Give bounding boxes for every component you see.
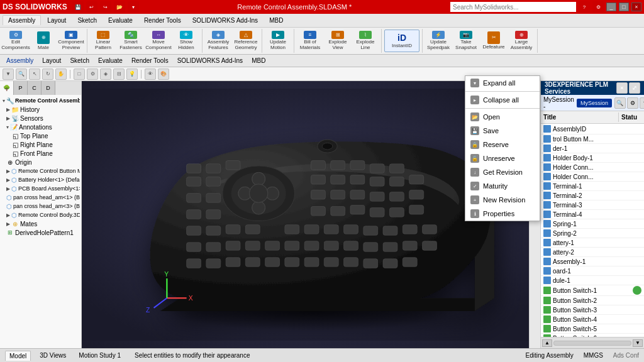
plm-close-btn[interactable]: × xyxy=(616,82,628,94)
tb2-sketch[interactable]: Sketch xyxy=(66,57,93,65)
cm-open[interactable]: 📂 Open xyxy=(465,110,540,124)
btn-explode-view[interactable]: ⊞ ExplodeView xyxy=(325,30,351,52)
plm-row-terminal4[interactable]: Terminal-4 xyxy=(541,210,644,219)
plm-filter-btn[interactable]: ▼ xyxy=(640,97,644,109)
btn-instantid[interactable]: iD InstantID xyxy=(384,30,419,52)
plm-row-5[interactable]: Holder Conn... xyxy=(541,172,644,182)
rotate-icon[interactable]: ↻ xyxy=(42,69,53,80)
plm-row-terminal2[interactable]: Terminal-2 xyxy=(541,191,644,200)
plm-scroll-up[interactable]: ▲ xyxy=(542,339,552,347)
ft-button-membrane[interactable]: ▶ ⬡ Remote Control Button Membran... xyxy=(1,167,80,175)
plm-row-btn-sw-1[interactable]: Button Switch-1 xyxy=(541,285,644,296)
btn-large-assembly[interactable]: ⊕ LargeAssembly xyxy=(508,30,535,52)
plm-row-terminal3[interactable]: Terminal-3 xyxy=(541,200,644,210)
cm-reserve[interactable]: 🔒 Reserve xyxy=(465,138,540,151)
btn-bom[interactable]: ≡ Bill ofMaterials xyxy=(297,30,323,52)
btn-component-preview[interactable]: ▣ ComponentPreview xyxy=(58,30,84,52)
cm-new-revision[interactable]: + New Revision xyxy=(465,193,540,207)
ft-derived-hole[interactable]: ⊞ DerivedHolePattern1 xyxy=(1,228,80,237)
plm-row-btn-sw-2[interactable]: Button Switch-2 xyxy=(541,296,644,305)
tab-sketch[interactable]: Sketch xyxy=(72,16,102,25)
cm-collapse-all[interactable]: ▸ Collapse all xyxy=(465,93,540,107)
cm-expand-all[interactable]: ▾ Expand all xyxy=(465,76,540,90)
view-options-icon[interactable]: ⚙ xyxy=(87,69,98,80)
status-tab-3dviews[interactable]: 3D Views xyxy=(36,351,70,360)
display-tab[interactable]: D xyxy=(42,81,55,95)
plm-row-assembly[interactable]: AssemblyID xyxy=(541,124,644,134)
plm-row-3[interactable]: Holder Body-1 xyxy=(541,153,644,163)
search-input[interactable] xyxy=(450,2,576,12)
tab-assembly[interactable]: Assembly xyxy=(3,15,41,25)
plm-row-btn-sw-4[interactable]: Button Switch-4 xyxy=(541,315,644,324)
btn-assembly-features[interactable]: ◈ AssemblyFeatures xyxy=(205,30,231,52)
status-tab-motion[interactable]: Motion Study 1 xyxy=(75,351,125,360)
tab-addins[interactable]: SOLIDWORKS Add-Ins xyxy=(187,16,263,25)
ft-battery-holder[interactable]: ▶ ⬡ Battery Holder<1> (Default) xyxy=(1,175,80,184)
ft-root[interactable]: ▾ 🔧 Remote Control Assembly (Default) xyxy=(1,96,80,105)
ft-mates[interactable]: ▶ ⊕ Mates xyxy=(1,219,80,228)
select-icon[interactable]: ↖ xyxy=(29,69,40,80)
ft-origin[interactable]: ⊕ Origin xyxy=(1,158,80,167)
ft-top-plane[interactable]: ◱ Top Plane xyxy=(1,131,80,140)
cm-properties[interactable]: ℹ Properties xyxy=(465,207,540,221)
plm-row-4[interactable]: Holder Conn... xyxy=(541,163,644,172)
btn-explode-line[interactable]: ⌇ ExplodeLine xyxy=(352,30,379,52)
tab-render-tools[interactable]: Render Tools xyxy=(139,16,186,25)
plm-search-btn[interactable]: 🔍 xyxy=(614,97,626,109)
quick-access-undo[interactable]: ↩ xyxy=(86,1,97,13)
cm-unreserve[interactable]: 🔓 Unreserve xyxy=(465,151,540,165)
tb2-assembly[interactable]: Assembly xyxy=(3,57,37,65)
plm-scrollbar[interactable] xyxy=(553,341,631,346)
ft-remote-body[interactable]: ▶ ⬡ Remote Control Body.3DXML<1>... xyxy=(1,211,80,219)
maximize-btn[interactable]: □ xyxy=(619,3,629,11)
tab-mbd[interactable]: MBD xyxy=(264,16,288,25)
quick-access-save[interactable]: 💾 xyxy=(72,1,84,13)
plm-scroll-down[interactable]: ▼ xyxy=(633,339,643,347)
btn-update-speedpak[interactable]: ⚡ UpdateSpeedpak xyxy=(425,30,452,52)
ft-right-plane[interactable]: ◱ Right Plane xyxy=(1,140,80,149)
ft-front-plane[interactable]: ◱ Front Plane xyxy=(1,149,80,158)
options-btn[interactable]: ⚙ xyxy=(592,1,604,13)
plm-row-1[interactable]: trol Button M... xyxy=(541,134,644,144)
quick-access-options[interactable]: ▾ xyxy=(128,1,139,13)
plm-row-spring2[interactable]: Spring-2 xyxy=(541,229,644,238)
cm-get-revision[interactable]: ↓ Get Revision xyxy=(465,165,540,179)
my-session-btn[interactable]: MySession xyxy=(577,99,612,107)
lighting-icon[interactable]: 💡 xyxy=(126,69,138,80)
tb2-addins[interactable]: SOLIDWORKS Add-Ins xyxy=(174,57,247,65)
pan-icon[interactable]: ✋ xyxy=(55,69,67,80)
btn-mate[interactable]: ⊕ Mate xyxy=(30,30,57,52)
ft-pcb-board[interactable]: ▶ ⬡ PCB Board Assembly<1> (Default... xyxy=(1,184,80,193)
btn-edit-components[interactable]: ⚙ EditComponents xyxy=(3,30,29,52)
property-tab[interactable]: P xyxy=(14,81,28,95)
tb2-layout[interactable]: Layout xyxy=(38,57,65,65)
btn-reference-geometry[interactable]: △ ReferenceGeometry xyxy=(233,30,259,52)
tb2-render[interactable]: Render Tools xyxy=(128,57,172,65)
btn-move-component[interactable]: ↔ MoveComponent xyxy=(145,30,172,52)
btn-smart-fasteners[interactable]: 🔩 SmartFasteners xyxy=(118,30,144,52)
btn-snapshot[interactable]: 📷 TakeSnapshot xyxy=(453,30,479,52)
filter-icon[interactable]: ▼ xyxy=(3,69,14,80)
plm-row-assembly1[interactable]: Assembly-1 xyxy=(541,257,644,266)
section-view-icon[interactable]: ⊟ xyxy=(113,69,125,80)
ft-pan-cross-3[interactable]: ⬡ pan cross head_am<3> (B18.6.7M... xyxy=(1,202,80,211)
tree-tab[interactable]: 🌳 xyxy=(0,81,14,95)
quick-access-redo[interactable]: ↪ xyxy=(100,1,111,13)
btn-show-hidden[interactable]: 👁 ShowHidden xyxy=(173,30,199,52)
plm-row-board1[interactable]: oard-1 xyxy=(541,266,644,276)
close-btn[interactable]: × xyxy=(631,3,641,11)
appearance-icon[interactable]: 🎨 xyxy=(158,69,169,80)
plm-expand-btn[interactable]: ⤢ xyxy=(629,82,640,94)
plm-row-btn-sw-5[interactable]: Button Switch-5 xyxy=(541,324,644,334)
config-tab[interactable]: C xyxy=(28,81,42,95)
help-btn[interactable]: ? xyxy=(579,1,590,13)
hide-show-icon[interactable]: 👁 xyxy=(145,69,156,80)
display-style-icon[interactable]: ◈ xyxy=(100,69,111,80)
tab-layout[interactable]: Layout xyxy=(42,16,71,25)
plm-row-battery2[interactable]: attery-2 xyxy=(541,248,644,257)
plm-settings-btn[interactable]: ⚙ xyxy=(627,97,638,109)
btn-linear-pattern[interactable]: ⬚ LinearPattern xyxy=(90,30,116,52)
plm-row-2[interactable]: der-1 xyxy=(541,144,644,153)
status-tab-model[interactable]: Model xyxy=(5,351,31,361)
tb2-evaluate[interactable]: Evaluate xyxy=(94,57,126,65)
